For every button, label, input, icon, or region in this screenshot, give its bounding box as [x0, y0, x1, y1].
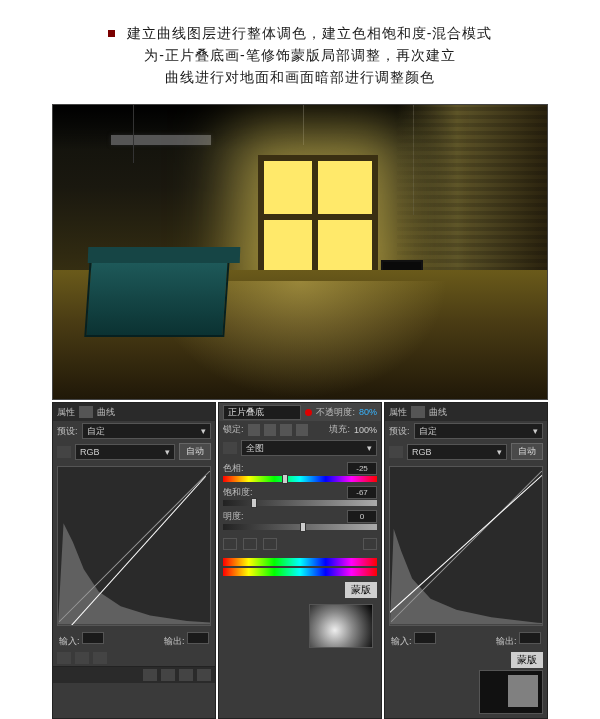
chevron-down-icon: ▾ — [201, 426, 206, 436]
output-label: 输出: — [496, 636, 517, 646]
light-slider[interactable] — [223, 524, 377, 530]
fill-value[interactable]: 100% — [354, 425, 377, 435]
input-value[interactable] — [82, 632, 104, 644]
hue-slider[interactable] — [223, 476, 377, 482]
svg-marker-0 — [58, 524, 211, 625]
pencil-icon[interactable] — [75, 652, 89, 664]
mask-label: 蒙版 — [511, 652, 543, 668]
instruction-line1: 建立曲线图层进行整体调色，建立色相饱和度-混合模式 — [127, 25, 493, 41]
channel-value: RGB — [80, 447, 100, 457]
reset-icon[interactable] — [161, 669, 175, 681]
input-value[interactable] — [414, 632, 436, 644]
chevron-down-icon: ▾ — [533, 426, 538, 436]
blend-mode-value: 正片叠底 — [228, 406, 264, 419]
auto-button[interactable]: 自动 — [179, 443, 211, 460]
chevron-down-icon: ▾ — [165, 447, 170, 457]
blend-mode-dropdown[interactable]: 正片叠底 — [223, 405, 301, 420]
sat-value[interactable]: -67 — [347, 486, 377, 499]
chevron-down-icon: ▾ — [497, 447, 502, 457]
lock-pixels-icon[interactable] — [264, 424, 276, 436]
preset-dropdown[interactable]: 自定▾ — [82, 423, 211, 439]
panel-prefix: 属性 — [57, 406, 75, 419]
panel-title: 曲线 — [97, 406, 115, 419]
sat-slider[interactable] — [223, 500, 377, 506]
fill-label: 填充: — [329, 423, 350, 436]
mask-thumbnail[interactable] — [309, 604, 373, 648]
mask-label: 蒙版 — [345, 582, 377, 598]
eyedropper-minus-icon[interactable] — [263, 538, 277, 550]
sat-label: 饱和度: — [223, 486, 253, 499]
color-bar-top — [223, 558, 377, 566]
mask-thumbnail[interactable] — [479, 670, 543, 714]
curves-histogram[interactable] — [389, 466, 543, 626]
preset-label: 预设: — [389, 425, 410, 438]
trash-icon[interactable] — [197, 669, 211, 681]
input-label: 输入: — [59, 636, 80, 646]
panel-title: 曲线 — [429, 406, 447, 419]
example-image — [52, 104, 548, 400]
hand-icon[interactable] — [223, 442, 237, 454]
eyedropper-icon[interactable] — [389, 446, 403, 458]
center-huesat-panel: 正片叠底 不透明度: 80% 锁定: 填充: 100% 全图▾ 色相:-2 — [218, 402, 382, 719]
opacity-value[interactable]: 80% — [359, 407, 377, 417]
dumpster — [84, 259, 229, 337]
lock-transparency-icon[interactable] — [248, 424, 260, 436]
hue-value[interactable]: -25 — [347, 462, 377, 475]
curves-histogram[interactable] — [57, 466, 211, 626]
hue-label: 色相: — [223, 462, 244, 475]
eyedropper-icon[interactable] — [57, 446, 71, 458]
master-dropdown[interactable]: 全图▾ — [241, 440, 377, 456]
curves-icon — [411, 406, 425, 418]
light-value[interactable]: 0 — [347, 510, 377, 523]
eyedropper-plus-icon[interactable] — [243, 538, 257, 550]
lock-all-icon[interactable] — [296, 424, 308, 436]
instruction-line3: 曲线进行对地面和画面暗部进行调整颜色 — [40, 66, 560, 88]
marker-dot-icon — [305, 409, 312, 416]
preset-value: 自定 — [87, 425, 105, 438]
right-curves-panel: 属性 曲线 预设: 自定▾ RGB▾ 自动 — [384, 402, 548, 719]
master-value: 全图 — [246, 442, 264, 455]
input-label: 输入: — [391, 636, 412, 646]
instruction-line2: 为-正片叠底画-笔修饰蒙版局部调整，再次建立 — [40, 44, 560, 66]
auto-button[interactable]: 自动 — [511, 443, 543, 460]
preset-label: 预设: — [57, 425, 78, 438]
tutorial-page: 建立曲线图层进行整体调色，建立色相饱和度-混合模式 为-正片叠底画-笔修饰蒙版局… — [0, 0, 600, 719]
preset-value: 自定 — [419, 425, 437, 438]
lock-label: 锁定: — [223, 423, 244, 436]
curves-icon — [79, 406, 93, 418]
window-glow — [258, 155, 378, 285]
colorize-checkbox[interactable] — [363, 538, 377, 550]
output-value[interactable] — [187, 632, 209, 644]
channel-value: RGB — [412, 447, 432, 457]
clip-icon[interactable] — [143, 669, 157, 681]
eye-icon[interactable] — [179, 669, 193, 681]
light-label: 明度: — [223, 510, 244, 523]
bullet-icon — [108, 30, 115, 37]
channel-dropdown[interactable]: RGB▾ — [407, 444, 507, 460]
left-curves-panel: 属性 曲线 预设: 自定▾ RGB▾ 自动 — [52, 402, 216, 719]
output-value[interactable] — [519, 632, 541, 644]
chevron-down-icon: ▾ — [367, 443, 372, 453]
panel-prefix: 属性 — [389, 406, 407, 419]
eyedropper-icon[interactable] — [223, 538, 237, 550]
point-icon[interactable] — [57, 652, 71, 664]
photoshop-panels: 属性 曲线 预设: 自定▾ RGB▾ 自动 — [52, 402, 548, 719]
channel-dropdown[interactable]: RGB▾ — [75, 444, 175, 460]
preset-dropdown[interactable]: 自定▾ — [414, 423, 543, 439]
smooth-icon[interactable] — [93, 652, 107, 664]
color-bar-bottom — [223, 568, 377, 576]
opacity-label: 不透明度: — [316, 406, 355, 419]
lock-position-icon[interactable] — [280, 424, 292, 436]
instruction-text: 建立曲线图层进行整体调色，建立色相饱和度-混合模式 为-正片叠底画-笔修饰蒙版局… — [0, 0, 600, 98]
output-label: 输出: — [164, 636, 185, 646]
